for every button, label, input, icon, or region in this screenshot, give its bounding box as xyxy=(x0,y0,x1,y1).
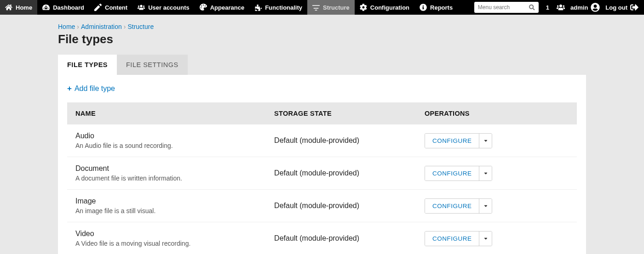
storage-state: Default (module-provided) xyxy=(266,124,416,157)
type-description: An image file is a still visual. xyxy=(75,207,258,214)
add-file-type-link[interactable]: + Add file type xyxy=(67,84,577,93)
breadcrumb-administration[interactable]: Administration xyxy=(81,23,122,30)
page-title: File types xyxy=(58,32,586,46)
col-header-storage: STORAGE STATE xyxy=(266,102,416,124)
table-row: Audio An Audio file is a sound recording… xyxy=(67,124,577,157)
type-description: A document file is written information. xyxy=(75,175,258,182)
palette-icon xyxy=(200,4,207,11)
admin-item-user-accounts[interactable]: User accounts xyxy=(132,0,195,15)
admin-item-label: Configuration xyxy=(370,4,409,11)
storage-state: Default (module-provided) xyxy=(266,190,416,222)
menu-search-input[interactable] xyxy=(478,4,529,11)
admin-item-content[interactable]: Content xyxy=(89,0,132,15)
configure-button[interactable]: CONFIGURE xyxy=(425,231,479,246)
admin-item-home[interactable]: Home xyxy=(0,0,37,15)
admin-item-label: Dashboard xyxy=(53,4,84,11)
tab-file-types[interactable]: FILE TYPES xyxy=(58,55,117,75)
admin-item-label: Content xyxy=(105,4,127,11)
admin-item-functionality[interactable]: Functionality xyxy=(249,0,307,15)
operations-dropdown: CONFIGURE xyxy=(425,166,493,181)
search-icon xyxy=(529,4,535,11)
table-row: Image An image file is a still visual. D… xyxy=(67,190,577,222)
type-description: A Video file is a moving visual recordin… xyxy=(75,240,258,247)
admin-item-label: Home xyxy=(16,4,32,11)
admin-item-appearance[interactable]: Appearance xyxy=(195,0,249,15)
storage-state: Default (module-provided) xyxy=(266,222,416,254)
configure-button[interactable]: CONFIGURE xyxy=(425,199,479,213)
admin-item-structure[interactable]: Structure xyxy=(307,0,355,15)
type-name: Document xyxy=(75,164,258,173)
admin-item-label: Structure xyxy=(323,4,350,11)
admin-item-dashboard[interactable]: Dashboard xyxy=(37,0,89,15)
operations-dropdown: CONFIGURE xyxy=(425,231,493,246)
gauge-icon xyxy=(42,4,50,11)
logout-link[interactable]: Log out xyxy=(605,3,638,11)
plus-icon: + xyxy=(67,84,72,93)
pencil-icon xyxy=(94,4,102,11)
caret-down-icon xyxy=(483,203,488,208)
caret-down-icon xyxy=(483,138,488,143)
file-types-table: NAME STORAGE STATE OPERATIONS Audio An A… xyxy=(67,102,577,254)
table-row: Document A document file is written info… xyxy=(67,157,577,190)
page-body: Home›Administration›Structure File types… xyxy=(0,15,644,254)
user-count[interactable]: 1 xyxy=(544,4,551,11)
configure-button[interactable]: CONFIGURE xyxy=(425,166,479,181)
add-file-type-label: Add file type xyxy=(75,85,115,93)
menu-search[interactable] xyxy=(474,2,539,13)
user-circle-icon xyxy=(591,3,600,12)
sort-icon xyxy=(312,4,320,11)
type-name: Audio xyxy=(75,132,258,140)
logout-label: Log out xyxy=(605,4,627,11)
admin-item-label: Reports xyxy=(430,4,453,11)
admin-item-configuration[interactable]: Configuration xyxy=(355,0,414,15)
tab-file-settings[interactable]: FILE SETTINGS xyxy=(117,55,188,75)
logout-icon xyxy=(630,3,638,11)
caret-down-icon xyxy=(483,236,488,241)
admin-item-label: Appearance xyxy=(210,4,244,11)
breadcrumb-structure[interactable]: Structure xyxy=(127,23,154,30)
col-header-operations: OPERATIONS xyxy=(416,102,577,124)
breadcrumb-separator: › xyxy=(75,23,81,30)
breadcrumb-separator: › xyxy=(122,23,128,30)
storage-state: Default (module-provided) xyxy=(266,157,416,190)
admin-toolbar-right: 1 admin Log out xyxy=(474,0,644,15)
type-description: An Audio file is a sound recording. xyxy=(75,142,258,149)
admin-toolbar-left: HomeDashboardContentUser accountsAppeara… xyxy=(0,0,458,15)
user-name: admin xyxy=(570,4,588,11)
tabs: FILE TYPESFILE SETTINGS xyxy=(58,55,586,75)
gear-icon xyxy=(360,4,367,11)
admin-toolbar: HomeDashboardContentUser accountsAppeara… xyxy=(0,0,644,15)
admin-item-label: Functionality xyxy=(265,4,302,11)
breadcrumb: Home›Administration›Structure xyxy=(58,23,586,30)
main-panel: + Add file type NAME STORAGE STATE OPERA… xyxy=(58,75,586,254)
admin-item-label: User accounts xyxy=(148,4,190,11)
operations-dropdown: CONFIGURE xyxy=(425,133,493,148)
admin-item-reports[interactable]: Reports xyxy=(414,0,458,15)
operations-toggle[interactable] xyxy=(479,199,492,213)
users-icon xyxy=(138,4,145,11)
configure-button[interactable]: CONFIGURE xyxy=(425,134,479,148)
current-user[interactable]: admin xyxy=(570,3,600,12)
operations-toggle[interactable] xyxy=(479,231,492,246)
puzzle-icon xyxy=(254,4,262,11)
col-header-name: NAME xyxy=(67,102,266,124)
caret-down-icon xyxy=(483,171,488,175)
operations-dropdown: CONFIGURE xyxy=(425,198,493,214)
table-row: Video A Video file is a moving visual re… xyxy=(67,222,577,254)
operations-toggle[interactable] xyxy=(479,134,492,148)
users-icon[interactable] xyxy=(557,3,565,11)
house-icon xyxy=(5,4,12,11)
operations-toggle[interactable] xyxy=(479,166,492,181)
breadcrumb-home[interactable]: Home xyxy=(58,23,75,30)
type-name: Video xyxy=(75,230,258,238)
info-icon xyxy=(420,4,427,11)
type-name: Image xyxy=(75,197,258,205)
